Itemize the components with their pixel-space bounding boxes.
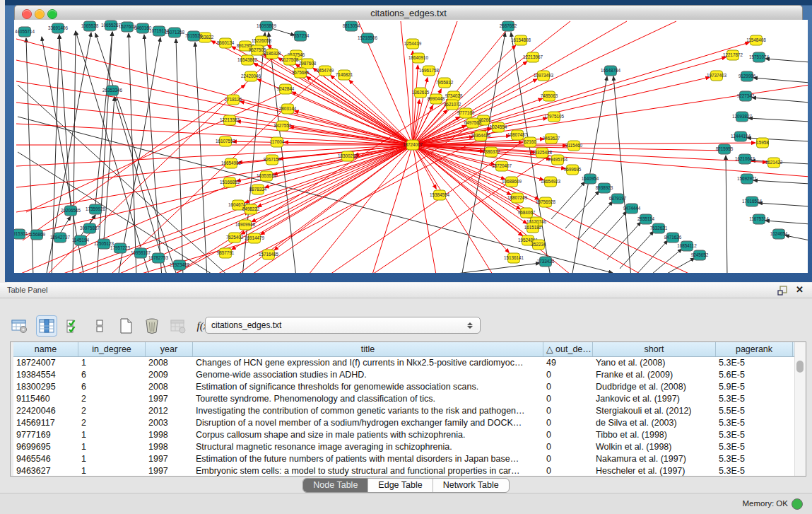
network-edge[interactable]: [195, 42, 207, 273]
table-cell[interactable]: 2: [78, 405, 146, 417]
network-edge[interactable]: [785, 235, 808, 240]
network-node[interactable]: 1065528: [81, 21, 99, 31]
new-table-icon[interactable]: [116, 316, 136, 336]
network-edge[interactable]: [726, 156, 727, 273]
table-cell[interactable]: 18724007: [13, 357, 78, 369]
network-node[interactable]: 2935114: [637, 214, 655, 224]
network-node[interactable]: 8990448: [428, 94, 445, 104]
float-panel-icon[interactable]: [777, 285, 788, 296]
table-cell[interactable]: Stergiakouli et al. (2012): [593, 405, 716, 417]
table-cell[interactable]: Structural magnetic resonance image aver…: [193, 441, 543, 453]
network-node[interactable]: 11675314: [749, 214, 769, 224]
network-node[interactable]: 2687682: [500, 21, 517, 31]
table-cell[interactable]: Wolkin et al. (1998): [593, 441, 716, 453]
table-cell[interactable]: Investigating the contribution of common…: [193, 405, 543, 417]
table-row[interactable]: 911546021997Tourette syndrome. Phenomeno…: [13, 393, 795, 405]
network-node[interactable]: 15136141: [504, 253, 524, 263]
tab-network-table[interactable]: Network Table: [433, 479, 509, 492]
network-node[interactable]: 9245652: [691, 250, 709, 260]
column-header-year[interactable]: year: [146, 342, 193, 356]
network-node[interactable]: 9463627: [543, 134, 560, 144]
table-cell[interactable]: 18300295: [13, 381, 78, 393]
network-node[interactable]: 44055714: [15, 27, 35, 37]
table-cell[interactable]: Nakamura et al. (1997): [593, 453, 716, 465]
network-edge[interactable]: [26, 90, 288, 212]
network-node[interactable]: 18720407: [492, 161, 512, 171]
table-cell[interactable]: Franke et al. (2009): [593, 369, 716, 381]
close-panel-icon[interactable]: ✕: [796, 284, 804, 295]
table-cell[interactable]: 6: [78, 381, 146, 393]
network-node[interactable]: 8878334: [249, 185, 267, 194]
select-all-icon[interactable]: [64, 316, 83, 336]
table-cell[interactable]: 1997: [146, 453, 193, 465]
table-cell[interactable]: Jankovic et al. (1997): [593, 393, 716, 405]
table-row[interactable]: 977716911998Corpus callosum shape and si…: [13, 429, 795, 441]
network-node[interactable]: 15751074: [749, 52, 770, 62]
network-node[interactable]: 8215955: [716, 144, 734, 154]
network-edge[interactable]: [413, 145, 539, 199]
table-cell[interactable]: 5.9E-5: [716, 381, 793, 393]
network-edge[interactable]: [59, 35, 71, 206]
network-node[interactable]: 15958: [756, 138, 769, 148]
column-header-in_degree[interactable]: in_degree: [78, 342, 146, 356]
network-node[interactable]: 16154808: [511, 35, 531, 45]
table-row[interactable]: 1938455462009Genome-wide association stu…: [13, 369, 795, 381]
table-cell[interactable]: de Silva et al. (2003): [593, 417, 716, 429]
network-node[interactable]: 16210643: [735, 154, 755, 164]
clear-selection-icon[interactable]: [90, 316, 110, 336]
network-node[interactable]: 12093827: [732, 112, 753, 122]
delete-table-icon[interactable]: [142, 316, 162, 336]
table-cell[interactable]: 0: [543, 453, 593, 465]
network-node[interactable]: 16093809: [257, 21, 277, 31]
network-node[interactable]: 16353534: [257, 171, 277, 181]
network-node[interactable]: 9474444: [623, 204, 641, 214]
table-row[interactable]: 946554611997Estimation of the future num…: [13, 453, 795, 465]
network-node[interactable]: 1640954: [582, 174, 599, 184]
network-node[interactable]: 1024654: [770, 229, 788, 239]
table-cell[interactable]: Changes of HCN gene expression and I(f) …: [193, 357, 543, 369]
network-node[interactable]: 7357234: [292, 31, 310, 41]
table-cell[interactable]: 14569117: [13, 417, 78, 429]
tab-node-table[interactable]: Node Table: [303, 479, 368, 492]
table-cell[interactable]: Genome-wide association studies in ADHD.: [193, 369, 543, 381]
table-cell[interactable]: 5.3E-5: [716, 465, 793, 477]
network-edge[interactable]: [16, 124, 413, 145]
network-node[interactable]: 16782753: [148, 253, 169, 263]
table-row[interactable]: 1830029562008Estimation of significance …: [13, 381, 795, 393]
table-cell[interactable]: 0: [543, 441, 593, 453]
table-cell[interactable]: 1997: [146, 465, 193, 477]
network-node[interactable]: 7485063: [541, 91, 558, 101]
network-node[interactable]: 9227342: [737, 91, 755, 101]
table-cell[interactable]: Embryonic stem cells: a model to study s…: [193, 465, 543, 477]
network-node[interactable]: 8427552: [274, 121, 292, 131]
network-edge[interactable]: [753, 180, 808, 184]
network-node[interactable]: 15218506: [358, 33, 378, 43]
column-header-short[interactable]: short: [593, 342, 716, 356]
network-edge[interactable]: [753, 78, 808, 83]
network-edge[interactable]: [758, 203, 808, 206]
network-edge[interactable]: [620, 231, 654, 269]
network-edge[interactable]: [648, 249, 682, 273]
network-node[interactable]: 30975887: [80, 223, 100, 233]
network-edge[interactable]: [661, 258, 695, 273]
table-cell[interactable]: 1: [78, 429, 146, 441]
network-node[interactable]: 1621422: [765, 158, 783, 168]
network-node[interactable]: 8813054: [343, 21, 360, 31]
network-edge[interactable]: [748, 118, 808, 122]
table-cell[interactable]: 9465546: [13, 453, 78, 465]
network-edge[interactable]: [372, 145, 413, 273]
network-node[interactable]: 8471626: [664, 233, 682, 243]
table-cell[interactable]: 2003: [146, 417, 193, 429]
table-cell[interactable]: 1998: [146, 429, 193, 441]
network-edge[interactable]: [349, 80, 413, 145]
column-header-name[interactable]: name: [13, 342, 78, 356]
network-node[interactable]: 22420046: [241, 71, 261, 81]
table-cell[interactable]: 1: [78, 441, 146, 453]
network-node[interactable]: 2987608: [299, 59, 317, 69]
memory-ok-icon[interactable]: [792, 498, 803, 510]
network-node[interactable]: 352234: [531, 240, 546, 250]
table-cell[interactable]: 5.3E-5: [716, 453, 793, 465]
network-edge[interactable]: [175, 99, 450, 273]
network-edge[interactable]: [752, 98, 808, 103]
network-node[interactable]: 3915301: [14, 229, 28, 239]
